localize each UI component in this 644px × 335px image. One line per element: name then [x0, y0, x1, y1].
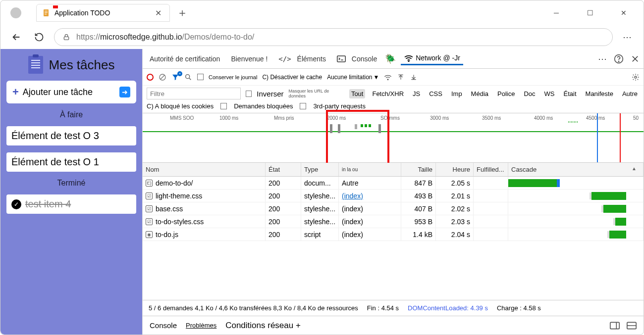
request-initiator[interactable]: (index) — [342, 192, 363, 200]
filter-type-doc[interactable]: Doc — [522, 89, 537, 98]
svg-rect-1 — [45, 11, 48, 11]
tab-elements[interactable]: </> Éléments — [275, 53, 329, 65]
task-item-done[interactable]: ✓ test item 4 — [6, 194, 136, 214]
request-fulfilled — [474, 202, 508, 215]
preserve-log-checkbox[interactable] — [197, 74, 204, 80]
profile-avatar[interactable] — [10, 7, 21, 18]
section-done-label: Terminé — [6, 179, 136, 188]
record-button[interactable] — [147, 74, 154, 81]
back-button[interactable] — [8, 29, 24, 45]
table-row[interactable]: ◉to-do.js 200 script (index) 1.4 kB 2.04… — [143, 228, 644, 241]
request-type: styleshe... — [301, 190, 339, 202]
waterfall-cell — [508, 228, 644, 240]
filter-type-manifest[interactable]: Manifeste — [584, 89, 615, 98]
tab-title: Application TODO — [54, 9, 153, 17]
window-maximize-button[interactable]: ☐ — [580, 5, 600, 20]
clear-icon[interactable] — [159, 73, 166, 81]
tab-console[interactable]: Console — [334, 53, 380, 65]
request-size: 847 B — [401, 177, 436, 189]
filter-type-media[interactable]: Média — [469, 89, 490, 98]
filter-input[interactable] — [147, 88, 241, 99]
window-close-button[interactable]: ✕ — [614, 5, 634, 20]
address-bar[interactable]: https://microsoftedge.github.io/Demos/de… — [54, 28, 613, 46]
filter-type-img[interactable]: Imp — [449, 89, 464, 98]
timeline-overview[interactable]: MMS SOO 1000 ms Mms pris 2000 ms SO mms … — [143, 113, 644, 163]
request-initiator: (index) — [342, 218, 363, 226]
request-fulfilled — [474, 177, 508, 189]
request-time: 2.02 s — [436, 202, 474, 215]
submit-arrow-icon[interactable]: ➜ — [119, 87, 130, 97]
request-name: to-do-styles.css — [156, 218, 204, 226]
col-size[interactable]: Taille — [401, 163, 436, 176]
svg-rect-13 — [610, 322, 619, 329]
filter-type-js[interactable]: JS — [411, 89, 422, 98]
col-type[interactable]: Type — [301, 163, 339, 176]
col-waterfall[interactable]: Cascade — [508, 163, 644, 176]
window-minimize-button[interactable]: ─ — [546, 5, 566, 20]
wifi-icon — [404, 54, 414, 62]
dock-icon[interactable] — [610, 322, 620, 330]
request-fulfilled — [474, 190, 508, 202]
request-status: 200 — [266, 177, 301, 189]
table-row[interactable]: ☑light-theme.css 200 styleshe... (index)… — [143, 190, 644, 202]
third-party-checkbox[interactable] — [300, 103, 306, 109]
new-tab-button[interactable]: ＋ — [177, 5, 188, 20]
tab-close-icon[interactable]: ✕ — [153, 8, 163, 18]
download-icon[interactable] — [410, 73, 418, 81]
tab-network[interactable]: Network @ -Jr — [401, 52, 463, 65]
expand-icon[interactable] — [627, 322, 637, 330]
table-row[interactable]: ☑to-do-styles.css 200 styleshe... (index… — [143, 215, 644, 228]
devtools-more-icon[interactable]: ⋯ — [598, 53, 607, 64]
svg-point-12 — [635, 76, 637, 78]
invert-checkbox[interactable] — [246, 91, 252, 97]
hide-data-urls-label[interactable]: Masquer les URL de données — [289, 89, 344, 98]
tab-authority[interactable]: Autorité de certification — [147, 53, 223, 65]
filter-type-fetch[interactable]: Fetch/XHR — [370, 89, 406, 98]
gear-icon[interactable] — [632, 73, 640, 81]
col-status[interactable]: État — [266, 163, 301, 176]
search-icon[interactable] — [184, 73, 192, 81]
add-task-button[interactable]: + Ajouter une tâche ➜ — [6, 81, 136, 103]
task-item[interactable]: Élément de test O 3 — [6, 126, 136, 145]
table-row[interactable]: ☑base.css 200 styleshe... (index) 407 B … — [143, 202, 644, 215]
browser-more-icon[interactable]: ⋯ — [620, 32, 636, 43]
help-icon[interactable] — [614, 54, 624, 64]
drawer-tab-console[interactable]: Console — [150, 321, 177, 330]
network-conditions-icon[interactable] — [384, 73, 392, 81]
request-name: demo-to-do/ — [156, 179, 193, 187]
col-time[interactable]: Heure — [436, 163, 474, 176]
throttling-select[interactable]: Aucune limitation▼ — [327, 74, 379, 81]
status-summary: 5 / 6 demandes 4,1 Ko / 4,6 Ko transféré… — [149, 304, 358, 312]
third-party-label: 3rd-party requests — [313, 102, 366, 110]
drawer-tab-problems[interactable]: Problèmes — [186, 322, 216, 329]
blocked-cookies-label[interactable]: C) A bloqué les cookies — [147, 102, 214, 110]
blocked-requests-checkbox[interactable] — [220, 103, 227, 109]
bug-icon[interactable]: 🪲 — [385, 53, 396, 64]
blocked-requests-label: Demandes bloquées — [234, 102, 293, 110]
filter-type-font[interactable]: Police — [495, 89, 517, 98]
request-name: base.css — [156, 205, 183, 213]
upload-icon[interactable] — [397, 73, 405, 81]
filter-type-ws[interactable]: WS — [542, 89, 557, 98]
file-type-icon: ◉ — [146, 231, 153, 238]
svg-point-10 — [186, 74, 190, 78]
filter-type-other[interactable]: Autre — [620, 89, 640, 98]
refresh-button[interactable] — [31, 29, 47, 45]
filter-type-all[interactable]: Tout — [349, 89, 366, 98]
table-row[interactable]: E)demo-to-do/ 200 docum... Autre 847 B 2… — [143, 177, 644, 190]
check-circle-icon: ✓ — [11, 199, 21, 209]
tab-welcome[interactable]: Bienvenue ! — [228, 53, 270, 65]
task-item[interactable]: Élément de test O 1 — [6, 152, 136, 172]
filter-type-wasm[interactable]: Était — [562, 89, 579, 98]
section-todo-label: À faire — [6, 110, 136, 119]
filter-type-css[interactable]: CSS — [427, 89, 444, 98]
devtools-panel: Autorité de certification Bienvenue ! </… — [142, 49, 644, 335]
filter-funnel-icon[interactable]: × — [171, 73, 179, 81]
drawer-tab-network-conditions[interactable]: Conditions réseau + — [225, 321, 301, 331]
col-fulfilled[interactable]: Fulfilled... — [474, 163, 508, 176]
disable-cache-label[interactable]: C) Désactiver le cache — [262, 74, 322, 81]
col-name[interactable]: Nom — [143, 163, 266, 176]
col-initiator[interactable]: in la ou — [339, 163, 401, 176]
devtools-close-icon[interactable] — [631, 54, 640, 63]
clipboard-icon — [28, 56, 43, 74]
